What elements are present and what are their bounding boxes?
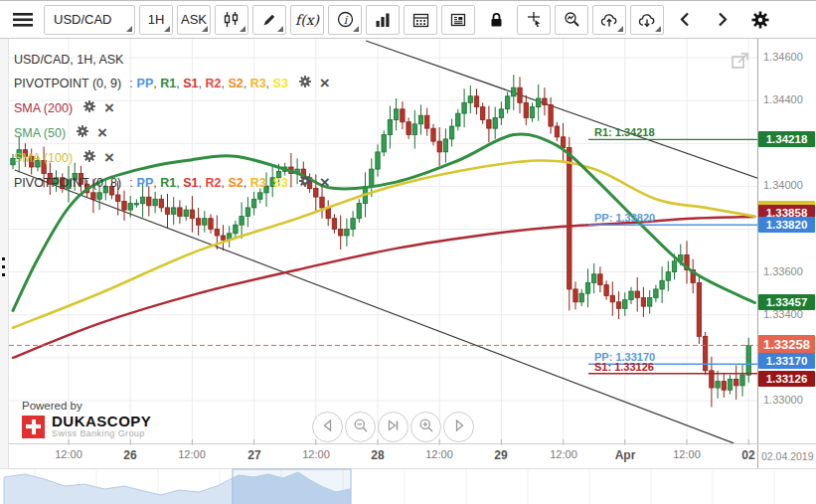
step-forward-button[interactable] (443, 412, 474, 442)
lock-icon (488, 11, 505, 29)
powered-by-text: Powered by (22, 400, 151, 412)
info-icon: i (337, 11, 354, 28)
pivot-line-label: R1: 1.34218 (594, 126, 655, 138)
pivot-level-r2: R2 (205, 77, 221, 90)
sma-1-settings-icon[interactable] (76, 124, 89, 141)
time-axis-tick: 02 (741, 448, 754, 462)
pivotpoint-0-settings-icon[interactable] (298, 75, 312, 91)
pivotpoint-0-remove-icon[interactable]: × (320, 75, 330, 91)
pivot-level-r3: R3 (250, 77, 266, 90)
sma-0-remove-icon[interactable]: × (104, 99, 114, 116)
dukascopy-logo: DUKASCOPY Swiss Banking Group (22, 415, 151, 438)
indicator-name: PIVOTPOINT (0, 9) (14, 77, 121, 90)
comma: , (198, 176, 205, 190)
info-button[interactable]: i (328, 5, 362, 35)
volume-button[interactable] (366, 5, 400, 35)
current-date-label: 02.04.2019 (761, 450, 814, 462)
comma: , (176, 77, 183, 90)
svg-text:i: i (343, 14, 348, 27)
calendar-button[interactable] (404, 5, 437, 35)
step-back-button[interactable] (312, 412, 343, 442)
indicators-label: f(x) (295, 12, 319, 28)
legend-pivotpoint-row: PIVOTPOINT (0, 8):PP, R1, S1, R2, S2, R3… (14, 170, 330, 195)
price-axis-tick: 1.34000 (763, 179, 803, 191)
sma-1-remove-icon[interactable]: × (97, 124, 107, 141)
time-axis-tick: 12:00 (55, 448, 82, 460)
go-to-end-button[interactable] (378, 412, 408, 442)
crosshair-button[interactable] (517, 5, 551, 35)
separator: : (129, 77, 132, 90)
time-axis-tick: 12:00 (673, 448, 701, 460)
sma-0-settings-icon[interactable] (82, 99, 96, 116)
symbol-select-button[interactable]: USD/CAD (44, 5, 135, 35)
splitter-handle-icon (2, 273, 5, 276)
chart-nav-buttons (312, 412, 476, 442)
price-axis-tick: 1.34400 (763, 93, 803, 105)
splitter-handle-icon (2, 265, 5, 268)
settings-button[interactable] (743, 5, 777, 35)
brand-name: DUKASCOPY (52, 415, 151, 428)
lock-button[interactable] (479, 5, 513, 35)
dropdown-corner-icon (240, 26, 245, 32)
dropdown-corner-icon (164, 26, 170, 32)
pivot-level-r3: R3 (250, 176, 266, 190)
dropdown-corner-icon (617, 26, 623, 32)
time-axis-tick: 26 (123, 448, 136, 462)
toolbar: USD/CAD1HASKf(x)i (0, 1, 816, 39)
pivot-level-r2: R2 (205, 176, 221, 190)
dropdown-corner-icon (353, 26, 359, 32)
zoom-preview-icon (564, 11, 580, 28)
news-button[interactable] (441, 5, 475, 35)
load-download-button[interactable] (630, 5, 664, 35)
pivot-level-s1: S1 (183, 176, 198, 190)
pivot-level-s3: S3 (273, 176, 288, 190)
chart-type-button[interactable] (215, 5, 248, 35)
brand-subtitle: Swiss Banking Group (52, 428, 151, 438)
draw-tools-button[interactable] (252, 5, 286, 35)
comma: , (176, 176, 183, 190)
pivot-line-label: PP: 1.33820 (594, 212, 655, 224)
timeframe-select-label: 1H (148, 12, 165, 27)
timeframe-select-button[interactable]: 1H (139, 5, 173, 35)
calendar-icon (412, 12, 429, 28)
pivotpoint-1-remove-icon[interactable]: × (320, 174, 330, 191)
time-axis-tick: 29 (494, 448, 507, 462)
next-icon (716, 11, 730, 28)
time-axis-tick: 12:00 (550, 448, 577, 460)
prev-button[interactable] (668, 5, 702, 35)
current-price-badge: 1.33258 (758, 335, 815, 355)
settings-icon (750, 10, 770, 30)
save-upload-button[interactable] (592, 5, 626, 35)
price-side-select-button[interactable]: ASK (177, 5, 211, 35)
dropdown-corner-icon (126, 26, 132, 32)
menu-button[interactable] (6, 5, 40, 35)
zoom-in-button[interactable] (410, 412, 441, 442)
next-button[interactable] (706, 5, 739, 35)
pivotpoint-1-settings-icon[interactable] (298, 174, 312, 191)
pivot-level-s2: S2 (228, 77, 243, 90)
splitter-handle-icon (2, 257, 5, 260)
go-to-end-icon (386, 418, 402, 437)
comma: , (153, 77, 160, 90)
price-axis-tick: 1.34600 (763, 51, 803, 63)
detach-chart-button[interactable] (729, 49, 752, 73)
zoom-out-button[interactable] (345, 412, 376, 442)
draw-tools-icon (261, 12, 277, 28)
expand-icon (729, 49, 752, 73)
left-panel-splitter[interactable] (0, 39, 9, 468)
navigator-selection (233, 469, 351, 504)
swiss-cross-icon (22, 416, 45, 438)
comma: , (153, 176, 160, 190)
comma: , (266, 176, 273, 190)
time-axis-tick: 12:00 (178, 448, 206, 460)
indicators-button[interactable]: f(x) (290, 5, 324, 35)
sma-2-remove-icon[interactable]: × (104, 149, 114, 166)
powered-by-block: Powered by DUKASCOPY Swiss Banking Group (22, 400, 151, 438)
comma: , (244, 77, 250, 90)
prev-icon (678, 11, 692, 28)
comma: , (198, 77, 205, 90)
sma-2-settings-icon[interactable] (82, 149, 96, 166)
pivot-level-r1: R1 (160, 77, 176, 90)
zoom-preview-button[interactable] (555, 5, 588, 35)
dropdown-corner-icon (655, 26, 661, 32)
